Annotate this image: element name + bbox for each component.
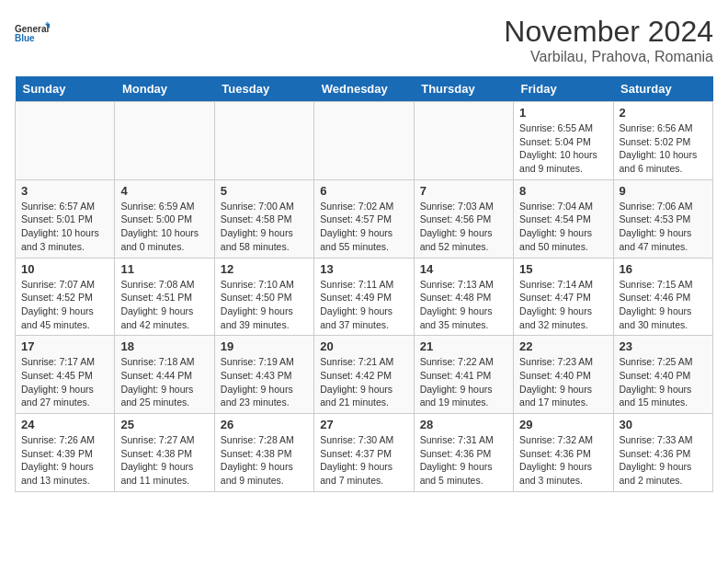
day-info: Sunrise: 7:33 AM Sunset: 4:36 PM Dayligh… — [620, 433, 707, 488]
day-number: 30 — [620, 418, 707, 431]
day-info: Sunrise: 7:07 AM Sunset: 4:52 PM Dayligh… — [21, 278, 108, 332]
day-number: 24 — [21, 418, 108, 431]
calendar-cell: 3Sunrise: 6:57 AM Sunset: 5:01 PM Daylig… — [16, 179, 115, 258]
day-info: Sunrise: 7:11 AM Sunset: 4:49 PM Dayligh… — [320, 278, 407, 332]
calendar-cell — [314, 102, 414, 180]
calendar-cell: 21Sunrise: 7:22 AM Sunset: 4:41 PM Dayli… — [414, 336, 513, 414]
day-info: Sunrise: 7:25 AM Sunset: 4:40 PM Dayligh… — [620, 355, 707, 409]
svg-text:General: General — [15, 24, 49, 34]
calendar-cell: 29Sunrise: 7:32 AM Sunset: 4:36 PM Dayli… — [514, 414, 613, 492]
day-info: Sunrise: 6:59 AM Sunset: 5:00 PM Dayligh… — [120, 200, 208, 254]
day-number: 7 — [420, 184, 507, 198]
day-info: Sunrise: 7:14 AM Sunset: 4:47 PM Dayligh… — [519, 278, 607, 332]
weekday-header-sunday: Sunday — [16, 76, 115, 102]
weekday-header-row: SundayMondayTuesdayWednesdayThursdayFrid… — [16, 76, 713, 102]
calendar-cell — [16, 102, 115, 180]
day-info: Sunrise: 7:00 AM Sunset: 4:58 PM Dayligh… — [221, 200, 308, 254]
day-number: 14 — [420, 262, 507, 276]
month-title: November 2024 — [504, 15, 713, 49]
day-number: 2 — [620, 106, 707, 120]
calendar-cell: 7Sunrise: 7:03 AM Sunset: 4:56 PM Daylig… — [414, 179, 513, 258]
day-number: 15 — [519, 262, 607, 276]
calendar-cell — [115, 102, 214, 180]
calendar-cell: 30Sunrise: 7:33 AM Sunset: 4:36 PM Dayli… — [613, 414, 712, 492]
day-info: Sunrise: 7:03 AM Sunset: 4:56 PM Dayligh… — [420, 200, 507, 254]
calendar-week-5: 24Sunrise: 7:26 AM Sunset: 4:39 PM Dayli… — [16, 414, 713, 492]
day-info: Sunrise: 7:13 AM Sunset: 4:48 PM Dayligh… — [420, 278, 507, 332]
day-number: 13 — [320, 262, 407, 276]
calendar-cell: 22Sunrise: 7:23 AM Sunset: 4:40 PM Dayli… — [514, 336, 613, 414]
day-number: 8 — [519, 184, 607, 198]
day-info: Sunrise: 7:06 AM Sunset: 4:53 PM Dayligh… — [620, 200, 707, 254]
day-info: Sunrise: 6:56 AM Sunset: 5:02 PM Dayligh… — [620, 121, 707, 176]
calendar-cell: 5Sunrise: 7:00 AM Sunset: 4:58 PM Daylig… — [214, 179, 313, 258]
day-number: 3 — [21, 184, 108, 198]
day-info: Sunrise: 7:19 AM Sunset: 4:43 PM Dayligh… — [221, 355, 308, 409]
day-number: 26 — [221, 418, 308, 431]
day-number: 19 — [221, 339, 308, 353]
day-number: 5 — [221, 184, 308, 198]
weekday-header-wednesday: Wednesday — [314, 76, 414, 102]
day-info: Sunrise: 7:31 AM Sunset: 4:36 PM Dayligh… — [420, 433, 507, 488]
calendar-cell: 23Sunrise: 7:25 AM Sunset: 4:40 PM Dayli… — [613, 336, 712, 414]
logo: General Blue — [15, 15, 51, 52]
day-info: Sunrise: 7:02 AM Sunset: 4:57 PM Dayligh… — [320, 200, 407, 254]
svg-text:Blue: Blue — [15, 33, 35, 43]
location: Varbilau, Prahova, Romania — [504, 49, 713, 65]
day-number: 12 — [221, 262, 308, 276]
day-number: 29 — [519, 418, 607, 431]
calendar-week-4: 17Sunrise: 7:17 AM Sunset: 4:45 PM Dayli… — [16, 336, 713, 414]
day-number: 9 — [620, 184, 707, 198]
calendar-cell: 18Sunrise: 7:18 AM Sunset: 4:44 PM Dayli… — [115, 336, 214, 414]
day-info: Sunrise: 7:26 AM Sunset: 4:39 PM Dayligh… — [21, 433, 108, 488]
calendar-cell: 12Sunrise: 7:10 AM Sunset: 4:50 PM Dayli… — [214, 258, 313, 336]
svg-marker-3 — [45, 22, 50, 25]
weekday-header-tuesday: Tuesday — [214, 76, 313, 102]
calendar-cell — [414, 102, 513, 180]
day-number: 23 — [620, 339, 707, 353]
calendar-cell: 9Sunrise: 7:06 AM Sunset: 4:53 PM Daylig… — [613, 179, 712, 258]
calendar-cell: 24Sunrise: 7:26 AM Sunset: 4:39 PM Dayli… — [16, 414, 115, 492]
day-info: Sunrise: 7:10 AM Sunset: 4:50 PM Dayligh… — [221, 278, 308, 332]
calendar-cell: 20Sunrise: 7:21 AM Sunset: 4:42 PM Dayli… — [314, 336, 414, 414]
calendar-cell: 8Sunrise: 7:04 AM Sunset: 4:54 PM Daylig… — [514, 179, 613, 258]
day-number: 10 — [21, 262, 108, 276]
day-number: 16 — [620, 262, 707, 276]
day-info: Sunrise: 7:15 AM Sunset: 4:46 PM Dayligh… — [620, 278, 707, 332]
day-info: Sunrise: 7:04 AM Sunset: 4:54 PM Dayligh… — [519, 200, 607, 254]
calendar-cell: 26Sunrise: 7:28 AM Sunset: 4:38 PM Dayli… — [214, 414, 313, 492]
weekday-header-thursday: Thursday — [414, 76, 513, 102]
day-info: Sunrise: 7:08 AM Sunset: 4:51 PM Dayligh… — [120, 278, 208, 332]
day-number: 21 — [420, 339, 507, 353]
day-info: Sunrise: 7:18 AM Sunset: 4:44 PM Dayligh… — [120, 355, 208, 409]
day-number: 20 — [320, 339, 407, 353]
calendar-cell: 4Sunrise: 6:59 AM Sunset: 5:00 PM Daylig… — [115, 179, 214, 258]
calendar-cell: 16Sunrise: 7:15 AM Sunset: 4:46 PM Dayli… — [613, 258, 712, 336]
day-number: 4 — [120, 184, 208, 198]
calendar-cell: 2Sunrise: 6:56 AM Sunset: 5:02 PM Daylig… — [613, 102, 712, 180]
calendar-cell: 27Sunrise: 7:30 AM Sunset: 4:37 PM Dayli… — [314, 414, 414, 492]
day-info: Sunrise: 7:23 AM Sunset: 4:40 PM Dayligh… — [519, 355, 607, 409]
day-info: Sunrise: 7:21 AM Sunset: 4:42 PM Dayligh… — [320, 355, 407, 409]
calendar-cell: 28Sunrise: 7:31 AM Sunset: 4:36 PM Dayli… — [414, 414, 513, 492]
calendar-week-3: 10Sunrise: 7:07 AM Sunset: 4:52 PM Dayli… — [16, 258, 713, 336]
calendar-cell: 13Sunrise: 7:11 AM Sunset: 4:49 PM Dayli… — [314, 258, 414, 336]
calendar-cell: 1Sunrise: 6:55 AM Sunset: 5:04 PM Daylig… — [514, 102, 613, 180]
logo-svg: General Blue — [15, 15, 51, 52]
calendar-table: SundayMondayTuesdayWednesdayThursdayFrid… — [15, 76, 713, 492]
weekday-header-monday: Monday — [115, 76, 214, 102]
day-info: Sunrise: 6:55 AM Sunset: 5:04 PM Dayligh… — [519, 121, 607, 176]
day-info: Sunrise: 7:22 AM Sunset: 4:41 PM Dayligh… — [420, 355, 507, 409]
weekday-header-friday: Friday — [514, 76, 613, 102]
day-info: Sunrise: 7:27 AM Sunset: 4:38 PM Dayligh… — [120, 433, 208, 488]
day-info: Sunrise: 7:30 AM Sunset: 4:37 PM Dayligh… — [320, 433, 407, 488]
calendar-cell: 15Sunrise: 7:14 AM Sunset: 4:47 PM Dayli… — [514, 258, 613, 336]
day-number: 17 — [21, 339, 108, 353]
title-area: November 2024 Varbilau, Prahova, Romania — [504, 15, 713, 65]
day-number: 1 — [519, 106, 607, 120]
calendar-cell: 6Sunrise: 7:02 AM Sunset: 4:57 PM Daylig… — [314, 179, 414, 258]
day-info: Sunrise: 7:28 AM Sunset: 4:38 PM Dayligh… — [221, 433, 308, 488]
calendar-week-1: 1Sunrise: 6:55 AM Sunset: 5:04 PM Daylig… — [16, 102, 713, 180]
day-number: 28 — [420, 418, 507, 431]
day-info: Sunrise: 7:32 AM Sunset: 4:36 PM Dayligh… — [519, 433, 607, 488]
